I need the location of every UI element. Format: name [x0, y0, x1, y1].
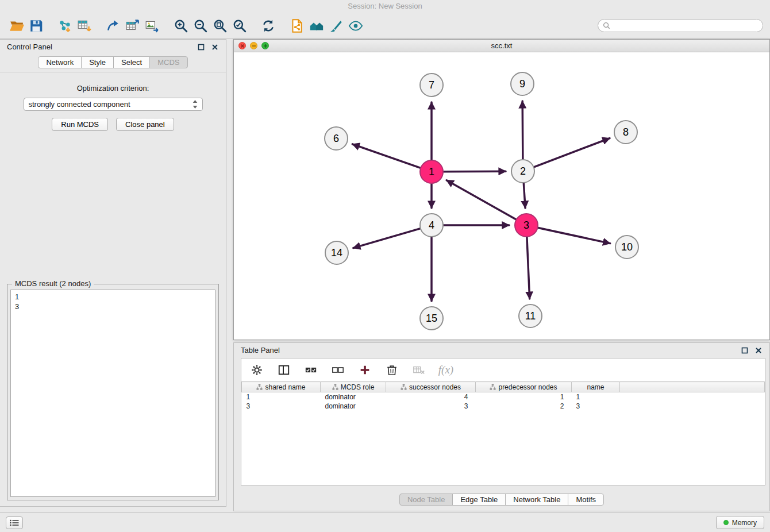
tab-select[interactable]: Select [113, 56, 150, 68]
tab-edge-table[interactable]: Edge Table [452, 494, 506, 506]
function-builder-icon[interactable]: f(x) [438, 363, 453, 377]
graph-edge-1-2[interactable] [444, 171, 506, 172]
table-header-row: shared name MCDS role successor nodes pr… [242, 382, 765, 392]
table-panel-tabs: Node Table Edge Table Network Table Moti… [234, 494, 769, 506]
search-input[interactable] [613, 21, 758, 30]
run-mcds-button[interactable]: Run MCDS [52, 118, 108, 131]
criterion-value: strongly connected component [29, 100, 192, 109]
graph-edge-2-8[interactable] [534, 138, 610, 167]
column-header-shared-name[interactable]: shared name [242, 382, 321, 392]
criterion-select[interactable]: strongly connected component [24, 98, 203, 111]
graph-node-10[interactable]: 10 [615, 235, 639, 259]
first-neighbors-icon[interactable] [307, 16, 326, 36]
close-table-panel-icon[interactable] [754, 346, 763, 354]
column-type-icon [332, 384, 338, 390]
graph-node-6[interactable]: 6 [324, 126, 348, 151]
close-panel-icon[interactable] [211, 43, 219, 51]
window-zoom-icon[interactable] [261, 42, 269, 49]
table-settings-icon[interactable] [249, 363, 264, 377]
graph-edge-4-14[interactable] [353, 229, 420, 248]
deselect-all-icon[interactable] [330, 363, 345, 377]
cell-shared-name[interactable]: 3 [242, 402, 321, 411]
tab-network[interactable]: Network [38, 56, 82, 68]
graph-edge-3-1[interactable] [446, 180, 516, 219]
search-box[interactable] [598, 19, 763, 32]
memory-button[interactable]: Memory [716, 516, 764, 529]
float-panel-icon[interactable] [197, 43, 205, 51]
graph-node-2[interactable]: 2 [511, 159, 535, 183]
delete-column-icon[interactable] [384, 363, 399, 377]
window-minimize-icon[interactable] [250, 42, 257, 49]
eye-icon[interactable] [346, 16, 365, 36]
zoom-selected-icon[interactable] [230, 16, 249, 36]
share-document-icon[interactable] [287, 16, 307, 36]
column-type-icon [401, 384, 407, 390]
cell-successor-nodes[interactable]: 4 [386, 392, 476, 402]
graph-edge-3-10[interactable] [538, 228, 610, 243]
column-type-icon [490, 384, 496, 390]
zoom-fit-icon[interactable] [210, 16, 230, 36]
mcds-result-value: 3 [15, 302, 211, 311]
tab-node-table[interactable]: Node Table [399, 494, 453, 506]
cell-predecessor-nodes[interactable]: 2 [476, 402, 572, 411]
graph-node-11[interactable]: 11 [518, 304, 542, 328]
graph-edge-2-3[interactable] [523, 183, 525, 208]
mcds-result-list[interactable]: 1 3 [10, 290, 215, 497]
network-window-title: scc.txt [491, 41, 513, 50]
panels-list-button[interactable] [6, 516, 23, 529]
graph-node-14[interactable]: 14 [325, 241, 349, 265]
show-columns-icon[interactable] [276, 363, 291, 377]
graph-node-1[interactable]: 1 [419, 160, 444, 184]
close-panel-button[interactable]: Close panel [116, 118, 174, 131]
column-header-successor-nodes[interactable]: successor nodes [386, 382, 476, 392]
graph-node-9[interactable]: 9 [510, 72, 534, 96]
mcds-result-title: MCDS result (2 nodes) [12, 279, 94, 288]
table-row[interactable]: 1 dominator 4 1 1 [242, 392, 765, 402]
export-table-icon[interactable] [123, 16, 143, 36]
graph-node-8[interactable]: 8 [614, 120, 638, 144]
cell-predecessor-nodes[interactable]: 1 [476, 392, 572, 402]
import-network-icon[interactable] [55, 16, 75, 36]
graph-node-3[interactable]: 3 [514, 213, 538, 237]
add-column-icon[interactable] [357, 363, 372, 377]
memory-status-icon [723, 520, 729, 525]
graph-node-7[interactable]: 7 [419, 73, 444, 97]
table-row[interactable]: 3 dominator 3 2 3 [242, 402, 765, 411]
open-folder-icon[interactable] [7, 16, 26, 36]
graph-edge-1-6[interactable] [352, 144, 420, 168]
tab-network-table[interactable]: Network Table [505, 494, 568, 506]
control-panel-title: Control Panel [7, 43, 191, 51]
cell-mcds-role[interactable]: dominator [321, 392, 386, 402]
graph-edge-3-11[interactable] [527, 237, 530, 299]
zoom-out-icon[interactable] [191, 16, 210, 36]
cell-name[interactable]: 3 [572, 402, 620, 411]
refresh-icon[interactable] [259, 16, 278, 36]
save-icon[interactable] [26, 16, 46, 36]
list-icon [10, 519, 19, 526]
tab-motifs[interactable]: Motifs [568, 494, 604, 506]
apply-layout-icon[interactable] [103, 16, 123, 36]
column-header-predecessor-nodes[interactable]: predecessor nodes [476, 382, 572, 392]
export-image-icon[interactable] [143, 16, 162, 36]
zoom-in-icon[interactable] [171, 16, 191, 36]
float-table-panel-icon[interactable] [741, 346, 749, 354]
network-window: scc.txt 7968124314101511 [233, 39, 770, 340]
style-paint-icon[interactable] [326, 16, 346, 36]
cell-name[interactable]: 1 [572, 392, 620, 402]
delete-table-icon[interactable] [411, 363, 426, 377]
cell-shared-name[interactable]: 1 [242, 392, 321, 402]
control-panel-tabs: Network Style Select MCDS [0, 54, 226, 68]
tab-style[interactable]: Style [81, 56, 114, 68]
cell-successor-nodes[interactable]: 3 [386, 402, 476, 411]
tab-mcds[interactable]: MCDS [149, 56, 187, 68]
graph-node-4[interactable]: 4 [419, 213, 444, 237]
select-all-icon[interactable] [303, 363, 318, 377]
import-table-icon[interactable] [75, 16, 94, 36]
column-header-name[interactable]: name [572, 382, 620, 392]
window-close-icon[interactable] [238, 42, 246, 49]
graph-edge-2-9[interactable] [522, 101, 523, 159]
cell-mcds-role[interactable]: dominator [321, 402, 386, 411]
graph-canvas[interactable]: 7968124314101511 [234, 52, 769, 340]
graph-node-15[interactable]: 15 [419, 306, 444, 330]
column-header-mcds-role[interactable]: MCDS role [321, 382, 386, 392]
